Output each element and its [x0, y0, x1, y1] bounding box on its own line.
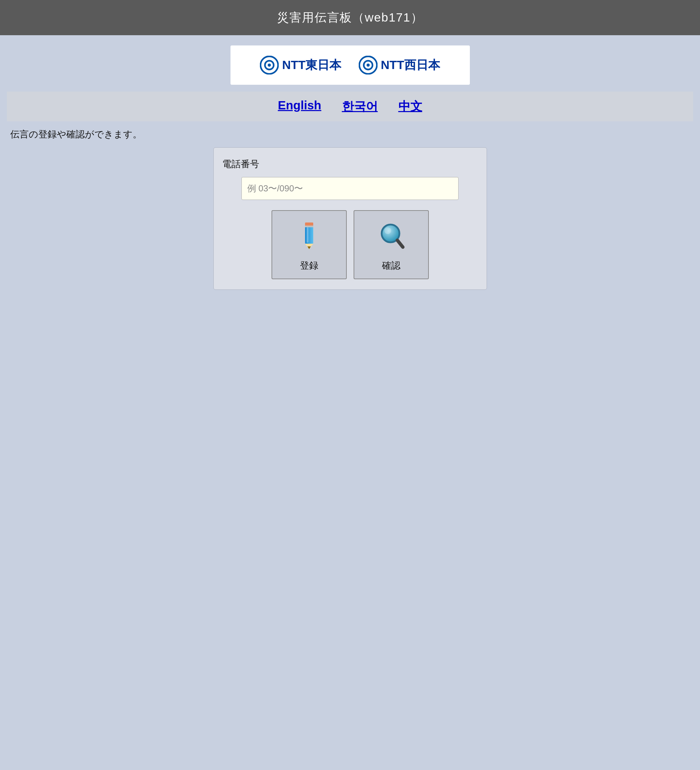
- main-content: NTT東日本 NTT西日本 English 한국어 中文 伝言の登録や確認ができ…: [0, 35, 700, 300]
- confirm-label: 確認: [382, 259, 400, 272]
- svg-marker-8: [308, 246, 311, 249]
- phone-label: 電話番号: [222, 158, 478, 170]
- svg-rect-10: [305, 226, 313, 227]
- action-buttons: 登録: [222, 210, 478, 279]
- register-button[interactable]: 登録: [272, 210, 347, 279]
- page-header: 災害用伝言板（web171）: [0, 0, 700, 35]
- register-label: 登録: [300, 259, 318, 272]
- ntt-west-logo: NTT西日本: [359, 56, 440, 74]
- logo-box: NTT東日本 NTT西日本: [230, 45, 470, 85]
- language-links: English 한국어 中文: [7, 99, 693, 115]
- form-card: 電話番号: [213, 147, 487, 290]
- ntt-west-icon: [359, 56, 378, 74]
- description-text: 伝言の登録や確認ができます。: [7, 128, 693, 141]
- confirm-button[interactable]: 確認: [353, 210, 429, 279]
- svg-rect-9: [305, 223, 313, 226]
- svg-rect-11: [307, 227, 308, 243]
- phone-input[interactable]: [241, 177, 459, 200]
- language-section: English 한국어 中文: [7, 92, 693, 121]
- ntt-west-label: NTT西日本: [381, 57, 440, 73]
- svg-line-14: [397, 240, 403, 247]
- lang-english-link[interactable]: English: [278, 99, 321, 115]
- page-title: 災害用伝言板（web171）: [277, 11, 423, 24]
- lang-korean-link[interactable]: 한국어: [342, 99, 378, 115]
- ntt-east-logo: NTT東日本: [260, 56, 341, 74]
- svg-point-2: [268, 63, 271, 66]
- magnifier-icon: [378, 221, 405, 254]
- pencil-icon: [295, 221, 323, 254]
- lang-chinese-link[interactable]: 中文: [399, 99, 422, 115]
- svg-point-5: [366, 63, 369, 66]
- ntt-east-label: NTT東日本: [282, 57, 341, 73]
- svg-point-13: [384, 227, 391, 234]
- ntt-east-icon: [260, 56, 279, 74]
